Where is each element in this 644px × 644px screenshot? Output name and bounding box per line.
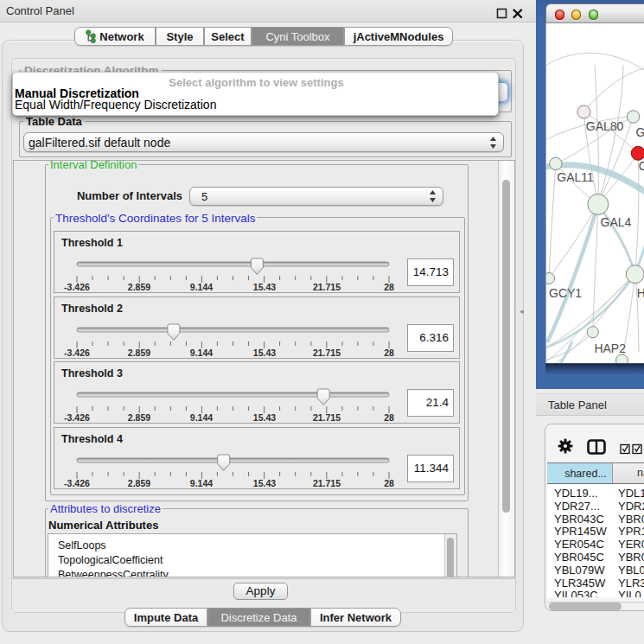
svg-text:GAL11: GAL11 — [557, 170, 594, 184]
svg-text:C: C — [639, 159, 644, 173]
svg-text:GCY1: GCY1 — [549, 286, 582, 300]
svg-text:H: H — [637, 286, 644, 300]
svg-text:GAL80: GAL80 — [586, 119, 624, 133]
svg-text:GAL4: GAL4 — [601, 215, 632, 229]
svg-text:GA: GA — [636, 125, 644, 139]
svg-text:HAP2: HAP2 — [594, 341, 626, 355]
